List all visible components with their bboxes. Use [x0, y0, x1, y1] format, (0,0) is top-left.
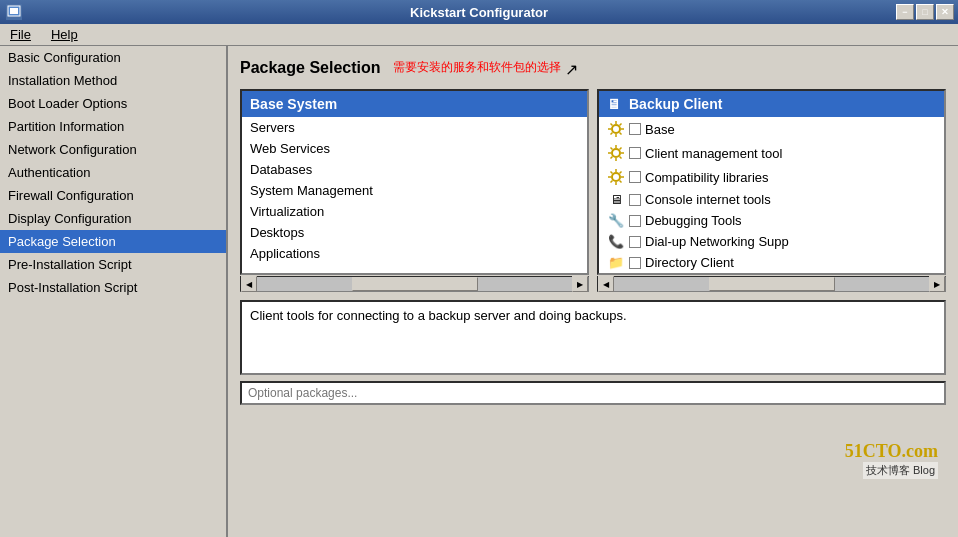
list-item-applications[interactable]: Applications [242, 243, 587, 264]
checkbox-client-mgmt[interactable] [629, 147, 641, 159]
right-list-scroll[interactable]: 🖥 Backup Client Base [597, 89, 946, 275]
optional-packages-input[interactable] [240, 381, 946, 405]
right-item-client-management[interactable]: Client management tool [599, 141, 944, 165]
watermark: 51CTO.com 技术博客 Blog [845, 441, 938, 479]
phone-icon: 📞 [607, 234, 625, 249]
gear-icon-base [607, 120, 625, 138]
monitor-icon: 🖥 [607, 96, 621, 112]
sidebar-item-authentication[interactable]: Authentication [0, 161, 226, 184]
sidebar-item-partition-information[interactable]: Partition Information [0, 115, 226, 138]
description-text: Client tools for connecting to a backup … [250, 308, 627, 323]
help-menu[interactable]: Help [45, 25, 84, 44]
checkbox-dialup[interactable] [629, 236, 641, 248]
minimize-button[interactable]: − [896, 4, 914, 20]
sidebar: Basic Configuration Installation Method … [0, 46, 228, 537]
sidebar-item-pre-installation-script[interactable]: Pre-Installation Script [0, 253, 226, 276]
title-bar: Kickstart Configurator − □ ✕ [0, 0, 958, 24]
checkbox-debugging[interactable] [629, 215, 641, 227]
checkbox-compat[interactable] [629, 171, 641, 183]
right-item-compat-libs[interactable]: Compatibility libraries [599, 165, 944, 189]
right-item-debugging[interactable]: 🔧 Debugging Tools [599, 210, 944, 231]
right-list-panel: 🖥 Backup Client Base [597, 89, 946, 292]
description-box: Client tools for connecting to a backup … [240, 300, 946, 375]
svg-point-3 [612, 149, 620, 157]
left-hscroll-thumb[interactable] [352, 277, 478, 291]
right-item-directory-client[interactable]: 📁 Directory Client [599, 252, 944, 273]
folder-icon: 📁 [607, 255, 625, 270]
gear-icon-compat [607, 168, 625, 186]
list-item-web-services[interactable]: Web Services [242, 138, 587, 159]
left-list-panel: Base System Servers Web Services Databas… [240, 89, 589, 292]
left-list-scroll[interactable]: Base System Servers Web Services Databas… [240, 89, 589, 275]
list-item-system-management[interactable]: System Management [242, 180, 587, 201]
right-hscroll-track[interactable] [614, 277, 929, 291]
left-hscroll-track[interactable] [257, 277, 572, 291]
left-list-hscroll[interactable]: ◀ ▶ [240, 276, 589, 292]
left-hscroll-right-btn[interactable]: ▶ [572, 276, 588, 292]
sidebar-item-boot-loader-options[interactable]: Boot Loader Options [0, 92, 226, 115]
right-hscroll-left-btn[interactable]: ◀ [598, 276, 614, 292]
right-hscroll-thumb[interactable] [709, 277, 835, 291]
sidebar-item-package-selection[interactable]: Package Selection [0, 230, 226, 253]
sidebar-item-post-installation-script[interactable]: Post-Installation Script [0, 276, 226, 299]
file-menu[interactable]: File [4, 25, 37, 44]
left-hscroll-left-btn[interactable]: ◀ [241, 276, 257, 292]
left-list-inner[interactable]: Base System Servers Web Services Databas… [242, 91, 587, 273]
content-area: Package Selection 需要安装的服务和软件包的选择 ↗ Base … [228, 46, 958, 415]
list-item-servers[interactable]: Servers [242, 117, 587, 138]
sidebar-item-basic-configuration[interactable]: Basic Configuration [0, 46, 226, 69]
list-item-virtualization[interactable]: Virtualization [242, 201, 587, 222]
gear-icon-client-mgmt [607, 144, 625, 162]
right-item-dialup[interactable]: 📞 Dial-up Networking Supp [599, 231, 944, 252]
content-header: Package Selection 需要安装的服务和软件包的选择 ↗ [240, 56, 946, 79]
watermark-logo: 51CTO.com [845, 441, 938, 462]
right-list-header: 🖥 Backup Client [599, 91, 944, 117]
svg-point-2 [612, 125, 620, 133]
content-title: Package Selection [240, 59, 381, 77]
checkbox-base[interactable] [629, 123, 641, 135]
right-list-inner[interactable]: 🖥 Backup Client Base [599, 91, 944, 273]
menu-bar: File Help [0, 24, 958, 46]
main-container: Basic Configuration Installation Method … [0, 46, 958, 537]
close-button[interactable]: ✕ [936, 4, 954, 20]
backup-client-label: Backup Client [629, 96, 722, 112]
window-title: Kickstart Configurator [410, 5, 548, 20]
base-system-label: Base System [250, 96, 337, 112]
watermark-blog: 技术博客 Blog [863, 462, 938, 479]
right-list-hscroll[interactable]: ◀ ▶ [597, 276, 946, 292]
svg-point-4 [612, 173, 620, 181]
wrench-icon: 🔧 [607, 213, 625, 228]
checkbox-directory-client[interactable] [629, 257, 641, 269]
right-hscroll-right-btn[interactable]: ▶ [929, 276, 945, 292]
window-controls: − □ ✕ [896, 4, 954, 20]
right-item-console-tools[interactable]: 🖥 Console internet tools [599, 189, 944, 210]
svg-rect-1 [10, 8, 18, 14]
cursor-indicator: ↗ [565, 60, 578, 79]
sidebar-item-installation-method[interactable]: Installation Method [0, 69, 226, 92]
left-list-header: Base System [242, 91, 587, 117]
maximize-button[interactable]: □ [916, 4, 934, 20]
sidebar-item-network-configuration[interactable]: Network Configuration [0, 138, 226, 161]
lists-area: Base System Servers Web Services Databas… [240, 89, 946, 292]
checkbox-console-tools[interactable] [629, 194, 641, 206]
app-icon [6, 4, 22, 20]
monitor-icon-console: 🖥 [607, 192, 625, 207]
chinese-note: 需要安装的服务和软件包的选择 [393, 59, 561, 76]
right-item-base[interactable]: Base [599, 117, 944, 141]
sidebar-item-firewall-configuration[interactable]: Firewall Configuration [0, 184, 226, 207]
list-item-desktops[interactable]: Desktops [242, 222, 587, 243]
sidebar-item-display-configuration[interactable]: Display Configuration [0, 207, 226, 230]
content-wrapper: Package Selection 需要安装的服务和软件包的选择 ↗ Base … [228, 46, 958, 537]
optional-row [240, 381, 946, 405]
list-item-databases[interactable]: Databases [242, 159, 587, 180]
